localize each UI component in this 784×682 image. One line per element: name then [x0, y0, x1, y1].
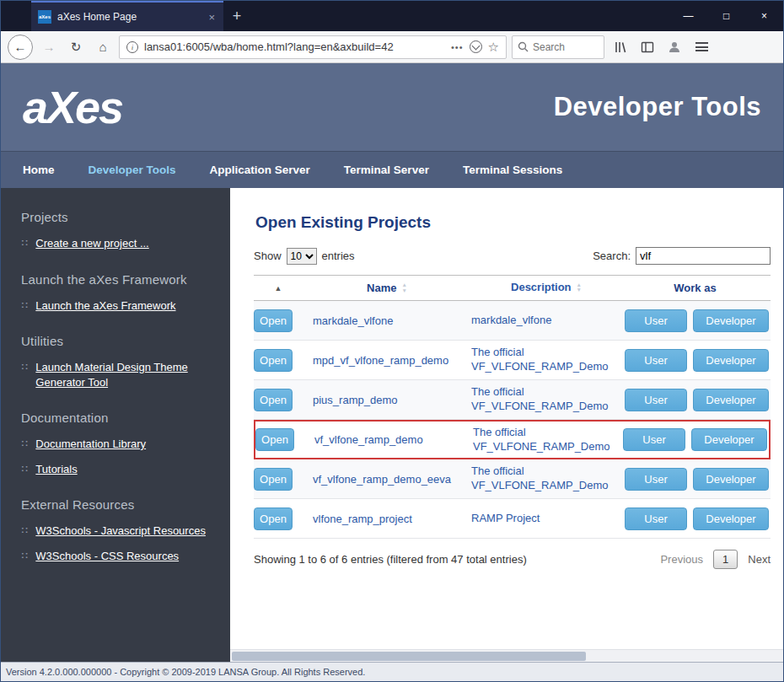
user-button[interactable]: User	[623, 428, 685, 451]
sidebar-section-external-resources: External Resources :: W3Schools - Javasc…	[21, 497, 213, 563]
sort-column-header[interactable]: ▲	[254, 284, 303, 293]
developer-button[interactable]: Developer	[693, 349, 769, 372]
bookmark-star-icon[interactable]: ☆	[488, 40, 499, 55]
table-row: Open vf_vlfone_ramp_demo_eeva The offici…	[254, 459, 771, 499]
page-header-title: Developer Tools	[554, 92, 761, 122]
user-button[interactable]: User	[625, 349, 687, 372]
sidebar-toggle-icon[interactable]	[636, 36, 658, 58]
site-nav: Home Developer Tools Application Server …	[1, 151, 783, 188]
sidebar-heading: Documentation	[21, 411, 213, 425]
sidebar-link-label[interactable]: Create a new project ...	[35, 236, 148, 251]
column-header-description[interactable]: Description ▲▼	[471, 281, 621, 295]
sidebar-link-label[interactable]: Launch the aXes Framework	[35, 298, 175, 314]
home-icon[interactable]: ⌂	[92, 36, 114, 58]
sidebar-heading: Utilities	[21, 334, 213, 348]
menu-icon[interactable]	[690, 36, 712, 58]
sidebar-link-label[interactable]: W3Schools - Javascript Resources	[35, 524, 206, 539]
url-text[interactable]: lansa01:6005/wba/home.html?lang=en&axbui…	[144, 40, 445, 53]
open-button[interactable]: Open	[254, 349, 293, 372]
previous-page-button[interactable]: Previous	[660, 553, 703, 566]
developer-button[interactable]: Developer	[693, 309, 769, 332]
developer-button[interactable]: Developer	[691, 428, 767, 451]
sidebar-section-utilities: Utilities :: Launch Material Design Them…	[21, 334, 213, 389]
sidebar-heading: Projects	[21, 210, 213, 224]
horizontal-scrollbar[interactable]	[230, 649, 783, 662]
page-size-select[interactable]: 10	[287, 248, 317, 265]
link-bullet-icon: ::	[21, 438, 29, 448]
column-header-name[interactable]: Name ▲▼	[303, 282, 471, 294]
open-button[interactable]: Open	[254, 389, 293, 411]
next-page-button[interactable]: Next	[748, 553, 771, 566]
back-icon[interactable]: ←	[8, 35, 33, 60]
nav-item-developer-tools[interactable]: Developer Tools	[89, 164, 176, 176]
entries-label: entries	[322, 250, 355, 262]
user-button[interactable]: User	[625, 389, 687, 411]
axes-logo: aXes	[23, 81, 122, 133]
site-info-icon[interactable]: i	[126, 41, 138, 53]
library-icon[interactable]	[609, 36, 631, 58]
nav-item-terminal-sessions[interactable]: Terminal Sessions	[463, 164, 562, 176]
open-button[interactable]: Open	[254, 468, 293, 491]
column-label: Name	[367, 282, 396, 294]
browser-search-box[interactable]	[512, 35, 604, 59]
table-info: Showing 1 to 6 of 6 entries (filtered fr…	[254, 553, 527, 566]
sidebar-link-label[interactable]: Tutorials	[35, 462, 77, 477]
sidebar-item-documentation-library[interactable]: :: Documentation Library	[21, 437, 213, 452]
projects-table: ▲ Name ▲▼ Description ▲▼ Work as O	[254, 275, 771, 539]
url-bar[interactable]: i lansa01:6005/wba/home.html?lang=en&axb…	[119, 35, 507, 59]
developer-button[interactable]: Developer	[693, 507, 769, 530]
sidebar-link-label[interactable]: W3Schools - CSS Resources	[35, 549, 179, 564]
browser-titlebar: aXes aXes Home Page × + — □ ×	[1, 1, 783, 31]
content-area: Projects :: Create a new project ... Lau…	[1, 188, 783, 662]
sidebar-link-label[interactable]: Documentation Library	[35, 437, 146, 452]
nav-item-application-server[interactable]: Application Server	[210, 164, 310, 176]
browser-search-input[interactable]	[533, 41, 593, 53]
project-name: pius_ramp_demo	[303, 394, 471, 406]
column-label: Description	[511, 281, 572, 295]
nav-item-terminal-server[interactable]: Terminal Server	[344, 164, 429, 176]
close-button[interactable]: ×	[745, 1, 783, 31]
column-label: Work as	[674, 282, 716, 294]
sidebar-item-launch-framework[interactable]: :: Launch the aXes Framework	[21, 298, 213, 314]
user-button[interactable]: User	[625, 468, 687, 491]
table-footer: Showing 1 to 6 of 6 entries (filtered fr…	[254, 550, 771, 569]
page-actions-icon[interactable]: •••	[451, 42, 464, 52]
minimize-button[interactable]: —	[669, 1, 707, 31]
table-search-input[interactable]	[636, 247, 771, 265]
hamburger-icon	[695, 42, 708, 51]
scrollbar-thumb[interactable]	[232, 652, 586, 661]
profile-icon[interactable]	[663, 36, 685, 58]
sidebar-item-w3schools-javascript[interactable]: :: W3Schools - Javascript Resources	[21, 524, 213, 539]
status-bar: Version 4.2.0.000.000000 - Copyright © 2…	[1, 662, 783, 681]
current-page-button[interactable]: 1	[713, 550, 738, 569]
developer-button[interactable]: Developer	[693, 389, 769, 411]
sidebar-heading: Launch the aXes Framework	[21, 272, 213, 287]
sidebar-item-material-design-tool[interactable]: :: Launch Material Design Theme Generato…	[21, 360, 213, 389]
browser-toolbar: ← → ↻ ⌂ i lansa01:6005/wba/home.html?lan…	[1, 31, 783, 63]
pocket-icon[interactable]	[470, 40, 482, 53]
open-button[interactable]: Open	[254, 309, 293, 332]
table-header-row: ▲ Name ▲▼ Description ▲▼ Work as	[254, 276, 771, 301]
project-name: vf_vlfone_ramp_demo_eeva	[303, 473, 471, 486]
new-tab-button[interactable]: +	[223, 1, 250, 31]
nav-item-home[interactable]: Home	[23, 164, 55, 176]
reload-icon[interactable]: ↻	[65, 36, 87, 58]
open-button[interactable]: Open	[255, 428, 294, 451]
user-button[interactable]: User	[625, 309, 687, 332]
developer-button[interactable]: Developer	[693, 468, 769, 491]
browser-tab[interactable]: aXes aXes Home Page ×	[31, 1, 223, 31]
sidebar-item-create-project[interactable]: :: Create a new project ...	[21, 236, 213, 251]
maximize-button[interactable]: □	[707, 1, 745, 31]
sidebar-item-tutorials[interactable]: :: Tutorials	[21, 462, 213, 477]
sidebar-link-label[interactable]: Launch Material Design Theme Generator T…	[35, 360, 208, 389]
tab-close-icon[interactable]: ×	[207, 11, 217, 24]
column-header-work-as[interactable]: Work as	[621, 282, 771, 294]
open-button[interactable]: Open	[254, 507, 293, 530]
forward-icon[interactable]: →	[38, 36, 60, 58]
sort-icon: ▲▼	[401, 282, 406, 294]
window-controls: — □ ×	[669, 1, 783, 31]
main-panel: Open Existing Projects Show 10 entries S…	[230, 188, 783, 662]
sort-icon: ▲▼	[577, 282, 582, 294]
user-button[interactable]: User	[625, 507, 687, 530]
sidebar-item-w3schools-css[interactable]: :: W3Schools - CSS Resources	[21, 549, 213, 564]
